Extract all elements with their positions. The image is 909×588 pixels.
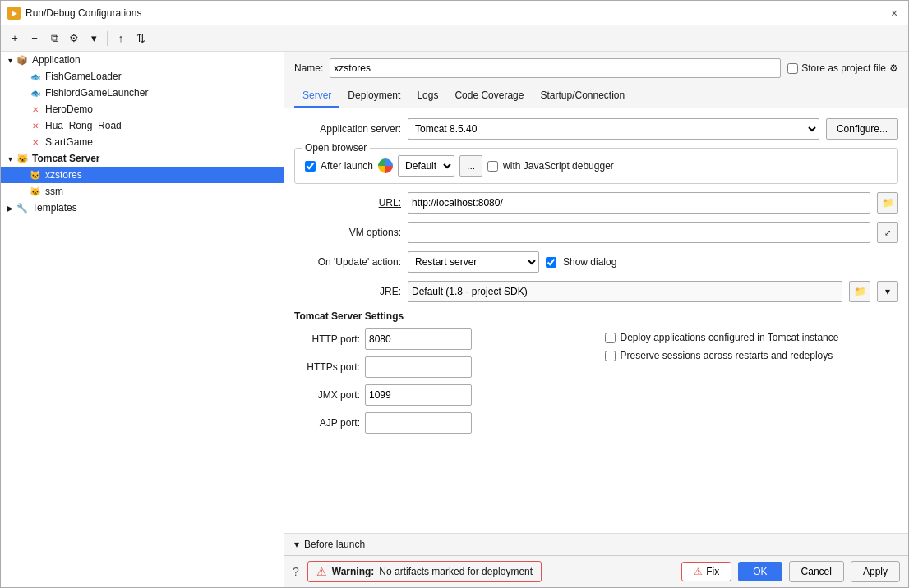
move-up-button[interactable]: ↑ — [112, 30, 130, 48]
add-config-button[interactable]: + — [6, 30, 24, 48]
expand-application[interactable]: ▾ — [4, 54, 16, 66]
name-row: Name: Store as project file ⚙ — [284, 52, 908, 85]
browser-select[interactable]: Default — [398, 155, 454, 177]
store-label: Store as project file — [801, 62, 886, 74]
toolbar: + − ⧉ ⚙ ▾ ↑ ⇅ — [1, 25, 908, 52]
vm-options-row: VM options: ⤢ — [294, 222, 898, 243]
js-debugger-checkbox[interactable] — [487, 161, 498, 172]
name-input[interactable] — [330, 58, 781, 78]
right-panel: Name: Store as project file ⚙ Server Dep… — [284, 52, 908, 587]
js-debugger-label: with JavaScript debugger — [503, 160, 614, 172]
tree-start-game[interactable]: ▶ ✕ StartGame — [1, 134, 284, 150]
after-launch-checkbox[interactable] — [305, 161, 316, 172]
ssm-icon: 🐱 — [29, 185, 42, 198]
tab-startup-connection[interactable]: Startup/Connection — [532, 85, 633, 108]
jmx-port-input[interactable] — [365, 384, 472, 406]
url-row: URL: 📁 — [294, 192, 898, 214]
preserve-sessions-row: Preserve sessions across restarts and re… — [605, 350, 899, 361]
tree-hero-demo[interactable]: ▶ ✕ HeroDemo — [1, 101, 284, 117]
https-port-input[interactable] — [365, 356, 472, 378]
url-folder-button[interactable]: 📁 — [877, 192, 898, 214]
vm-options-input[interactable] — [408, 222, 870, 243]
close-button[interactable]: × — [887, 6, 902, 21]
fishlord-label: FishlordGameLauncher — [45, 87, 148, 99]
store-checkbox[interactable] — [787, 63, 798, 74]
http-port-row: HTTP port: — [294, 328, 588, 350]
on-update-row: On 'Update' action: Restart server Show … — [294, 251, 898, 273]
tree-hua-rong[interactable]: ▶ ✕ Hua_Rong_Road — [1, 117, 284, 134]
application-icon: 📦 — [16, 53, 29, 67]
templates-icon: 🔧 — [16, 201, 29, 214]
expand-templates[interactable]: ▶ — [4, 202, 16, 214]
open-browser-title: Open browser — [302, 142, 370, 154]
tab-code-coverage[interactable]: Code Coverage — [446, 85, 532, 108]
app-server-label: Application server: — [294, 123, 401, 135]
tree-templates[interactable]: ▶ 🔧 Templates — [1, 200, 284, 216]
copy-config-button[interactable]: ⧉ — [45, 30, 63, 48]
jre-dropdown-button[interactable]: ▾ — [877, 281, 898, 302]
ports-left: HTTP port: HTTPs port: JMX port: AJ — [294, 328, 588, 434]
https-port-label: HTTPs port: — [294, 361, 360, 373]
help-button[interactable]: ? — [293, 565, 299, 578]
xzstores-label: xzstores — [45, 169, 82, 181]
url-label: URL: — [294, 197, 401, 209]
collapse-icon: ▾ — [294, 539, 299, 550]
tab-logs[interactable]: Logs — [408, 85, 446, 108]
settings-button[interactable]: ⚙ — [65, 30, 83, 48]
fix-button[interactable]: ⚠ Fix — [681, 562, 731, 581]
bottom-right: ⚠ Fix OK Cancel Apply — [681, 561, 900, 582]
run-debug-configurations-window: ▶ Run/Debug Configurations × + − ⧉ ⚙ ▾ ↑… — [0, 0, 909, 588]
fix-label: Fix — [706, 566, 719, 577]
http-port-input[interactable] — [365, 328, 472, 350]
hero-demo-label: HeroDemo — [45, 103, 93, 115]
preserve-sessions-checkbox[interactable] — [605, 351, 616, 361]
app-server-select[interactable]: Tomcat 8.5.40 — [408, 118, 819, 140]
expand-tomcat[interactable]: ▾ — [4, 153, 16, 164]
configure-button[interactable]: Configure... — [826, 118, 898, 140]
sort-button[interactable]: ⇅ — [132, 30, 150, 48]
jmx-port-row: JMX port: — [294, 384, 588, 406]
tomcat-label: Tomcat Server — [32, 153, 99, 164]
cancel-button[interactable]: Cancel — [789, 561, 844, 582]
fish-game-label: FishGameLoader — [45, 71, 122, 82]
name-label: Name: — [294, 62, 323, 74]
ok-button[interactable]: OK — [738, 562, 782, 581]
tab-server[interactable]: Server — [294, 85, 339, 108]
on-update-select[interactable]: Restart server — [408, 251, 539, 273]
dropdown-button[interactable]: ▾ — [85, 30, 103, 48]
jre-input[interactable] — [408, 281, 842, 302]
tree-fish-game-loader[interactable]: ▶ 🐟 FishGameLoader — [1, 68, 284, 85]
ports-right: Deploy applications configured in Tomcat… — [605, 328, 899, 434]
tab-deployment[interactable]: Deployment — [339, 85, 408, 108]
templates-label: Templates — [32, 202, 77, 214]
ssm-label: ssm — [45, 186, 63, 197]
deploy-apps-checkbox[interactable] — [605, 333, 616, 343]
tree-fishlord-launcher[interactable]: ▶ 🐟 FishlordGameLauncher — [1, 85, 284, 101]
run-debug-icon: ▶ — [7, 7, 21, 20]
warning-bold: Warning: — [332, 566, 375, 577]
jmx-port-label: JMX port: — [294, 389, 360, 401]
url-input[interactable] — [408, 192, 870, 214]
tree-application[interactable]: ▾ 📦 Application — [1, 52, 284, 68]
start-game-icon: ✕ — [29, 136, 42, 149]
apply-button[interactable]: Apply — [851, 561, 900, 582]
remove-config-button[interactable]: − — [25, 30, 44, 48]
after-launch-row: After launch Default ... with JavaScript… — [305, 155, 888, 177]
before-launch-section[interactable]: ▾ Before launch — [284, 533, 908, 555]
main-content: ▾ 📦 Application ▶ 🐟 FishGameLoader ▶ 🐟 F… — [1, 52, 908, 587]
tree-tomcat-server[interactable]: ▾ 🐱 Tomcat Server — [1, 150, 284, 167]
hua-rong-icon: ✕ — [29, 119, 42, 132]
ajp-port-label: AJP port: — [294, 417, 360, 429]
ajp-port-input[interactable] — [365, 412, 472, 434]
tomcat-settings-title: Tomcat Server Settings — [294, 310, 898, 322]
ports-grid: HTTP port: HTTPs port: JMX port: AJ — [294, 328, 898, 434]
https-port-row: HTTPs port: — [294, 356, 588, 378]
browser-dots-button[interactable]: ... — [459, 155, 482, 177]
tabs-bar: Server Deployment Logs Code Coverage Sta… — [284, 85, 908, 108]
show-dialog-checkbox[interactable] — [546, 257, 556, 268]
tree-xzstores[interactable]: ▶ 🐱 xzstores — [1, 167, 284, 183]
xzstores-icon: 🐱 — [29, 168, 42, 181]
vm-expand-button[interactable]: ⤢ — [877, 222, 898, 243]
tree-ssm[interactable]: ▶ 🐱 ssm — [1, 183, 284, 200]
jre-folder-button[interactable]: 📁 — [849, 281, 870, 302]
